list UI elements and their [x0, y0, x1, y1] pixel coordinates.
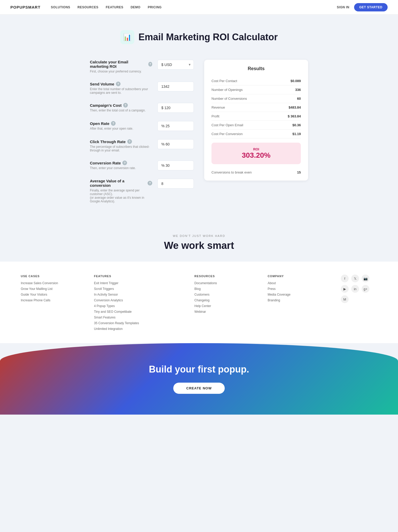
- ctr-label-group: Click Through Rate ? The percentage of s…: [90, 139, 152, 152]
- calculator-inputs: Calculate your Email marketing ROI ? Fir…: [90, 60, 194, 203]
- open-rate-help-icon[interactable]: ?: [111, 121, 116, 126]
- result-cost-per-conversion: Cost Per Conversion $1.19: [211, 130, 301, 138]
- list-item[interactable]: In Activity Sensor: [94, 293, 189, 296]
- results-title: Results: [211, 66, 301, 71]
- footer-resources: RESOURCES Documentations Blog Customers …: [194, 275, 262, 333]
- list-item[interactable]: Increase Phone Calls: [21, 298, 89, 302]
- medium-icon[interactable]: M: [341, 295, 349, 303]
- calculator-section: Calculate your Email marketing ROI ? Fir…: [74, 55, 324, 219]
- list-item[interactable]: Conversion Analytics: [94, 298, 189, 302]
- nav-right: SIGN IN GET STARTED: [337, 3, 388, 11]
- footer-use-cases: USE CASES Increase Sales Conversion Grow…: [21, 275, 89, 333]
- conversion-rate-label-group: Conversion Rate ? Then, enter your conve…: [90, 161, 152, 170]
- list-item[interactable]: Smart Features: [94, 316, 189, 319]
- list-item[interactable]: Changelog: [194, 298, 262, 302]
- signin-link[interactable]: SIGN IN: [337, 5, 349, 9]
- list-item[interactable]: Unlimited Integration: [94, 327, 189, 331]
- list-item[interactable]: 4 Popup Types: [94, 304, 189, 308]
- resources-heading: RESOURCES: [194, 275, 262, 278]
- send-volume-help-icon[interactable]: ?: [116, 82, 121, 86]
- ctr-help-icon[interactable]: ?: [127, 139, 132, 144]
- nav-resources[interactable]: RESOURCES: [77, 5, 98, 9]
- currency-heading: Calculate your Email marketing ROI ?: [90, 60, 152, 69]
- youtube-icon[interactable]: ▶: [341, 285, 349, 293]
- list-item[interactable]: 35 Conversion Ready Templates: [94, 321, 189, 325]
- open-rate-input[interactable]: [157, 121, 194, 131]
- send-volume-input-wrap: [157, 82, 194, 91]
- result-number-of-openings: Number of Openings 336: [211, 85, 301, 94]
- send-volume-field-row: Send Volume ? Enter the total number of …: [90, 82, 194, 95]
- cta-title: Build your first popup.: [5, 364, 393, 375]
- conversion-rate-help-icon[interactable]: ?: [122, 161, 127, 165]
- result-revenue: Revenue $483.84: [211, 103, 301, 112]
- result-number-of-conversions: Number of Conversions 60: [211, 94, 301, 103]
- open-rate-field-row: Open Rate ? After that, enter your open …: [90, 121, 194, 131]
- conversion-rate-field-row: Conversion Rate ? Then, enter your conve…: [90, 161, 194, 170]
- list-item[interactable]: Increase Sales Conversion: [21, 281, 89, 285]
- nav-logo[interactable]: POPUPSMART: [10, 5, 41, 9]
- campaign-cost-input-wrap: [157, 103, 194, 113]
- break-even-label: Conversions to break even: [211, 170, 252, 174]
- campaign-cost-input[interactable]: [157, 103, 194, 113]
- campaign-cost-heading: Campaign's Cost ?: [90, 103, 152, 108]
- footer-social: f 𝕏 📷 ▶ in g+ M: [341, 275, 377, 333]
- open-rate-help-text: After that, enter your open rate.: [90, 127, 152, 130]
- linkedin-icon[interactable]: in: [351, 285, 359, 293]
- list-item[interactable]: Press: [268, 287, 336, 291]
- list-item[interactable]: Help Center: [194, 304, 262, 308]
- footer-features: FEATURES Exit Intent Trigger Scroll Trig…: [94, 275, 189, 333]
- avg-value-help-icon[interactable]: ?: [148, 181, 152, 185]
- campaign-cost-help-icon[interactable]: ?: [123, 103, 128, 108]
- list-item[interactable]: Branding: [268, 298, 336, 302]
- list-item[interactable]: Exit Intent Trigger: [94, 281, 189, 285]
- open-rate-input-wrap: [157, 121, 194, 131]
- avg-value-heading: Average Value of a conversion ?: [90, 179, 152, 188]
- smart-title: We work smart: [5, 240, 393, 251]
- conversion-rate-input[interactable]: [157, 161, 194, 170]
- send-volume-input[interactable]: [157, 82, 194, 91]
- ctr-help-text: The percentage of subscribers that click…: [90, 145, 152, 152]
- roi-box: ROI 303.20%: [211, 143, 301, 164]
- twitter-icon[interactable]: 𝕏: [351, 275, 359, 282]
- get-started-button[interactable]: GET STARTED: [354, 3, 388, 11]
- list-item[interactable]: Tiny and SEO Competibale: [94, 310, 189, 314]
- result-cost-per-open: Cost Per Open Email $0.36: [211, 121, 301, 130]
- nav-demo[interactable]: DEMO: [131, 5, 141, 9]
- nav-solutions[interactable]: SOLUTIONS: [51, 5, 70, 9]
- campaign-cost-help-text: Then, enter the total cost of a campaign…: [90, 109, 152, 112]
- use-cases-list: Increase Sales Conversion Grow Your Mail…: [21, 281, 89, 302]
- send-volume-help-text: Enter the total number of subscribers yo…: [90, 87, 152, 95]
- ctr-field-row: Click Through Rate ? The percentage of s…: [90, 139, 194, 152]
- footer-columns: USE CASES Increase Sales Conversion Grow…: [21, 275, 377, 333]
- campaign-cost-label-group: Campaign's Cost ? Then, enter the total …: [90, 103, 152, 112]
- list-item[interactable]: Customers: [194, 293, 262, 296]
- facebook-icon[interactable]: f: [341, 275, 349, 282]
- list-item[interactable]: Documentations: [194, 281, 262, 285]
- list-item[interactable]: About: [268, 281, 336, 285]
- googleplus-icon[interactable]: g+: [362, 285, 369, 293]
- avg-value-field-row: Average Value of a conversion ? Finally,…: [90, 179, 194, 203]
- ctr-heading: Click Through Rate ?: [90, 139, 152, 144]
- campaign-cost-field-row: Campaign's Cost ? Then, enter the total …: [90, 103, 194, 113]
- open-rate-heading: Open Rate ?: [90, 121, 152, 126]
- nav-features[interactable]: FEATURES: [106, 5, 123, 9]
- avg-value-input[interactable]: [157, 179, 194, 189]
- avg-value-label-group: Average Value of a conversion ? Finally,…: [90, 179, 152, 203]
- nav-pricing[interactable]: PRICING: [148, 5, 162, 9]
- ctr-input[interactable]: [157, 139, 194, 149]
- list-item[interactable]: Guide Your Visitors: [21, 293, 89, 296]
- list-item[interactable]: Media Coverage: [268, 293, 336, 296]
- resources-list: Documentations Blog Customers Changelog …: [194, 281, 262, 314]
- currency-field-row: Calculate your Email marketing ROI ? Fir…: [90, 60, 194, 73]
- navbar: POPUPSMART SOLUTIONS RESOURCES FEATURES …: [0, 0, 398, 15]
- list-item[interactable]: Grow Your Mailling List: [21, 287, 89, 291]
- currency-help-icon[interactable]: ?: [148, 62, 152, 66]
- currency-select[interactable]: $ USD € EUR £ GBP: [157, 60, 194, 70]
- list-item[interactable]: Blog: [194, 287, 262, 291]
- list-item[interactable]: Scroll Triggers: [94, 287, 189, 291]
- instagram-icon[interactable]: 📷: [362, 275, 369, 282]
- list-item[interactable]: Webinar: [194, 310, 262, 314]
- smart-section: WE DON'T JUST WORK HARD We work smart: [0, 219, 398, 262]
- create-now-button[interactable]: CREATE NOW: [173, 383, 225, 394]
- footer-company: COMPANY About Press Media Coverage Brand…: [268, 275, 336, 333]
